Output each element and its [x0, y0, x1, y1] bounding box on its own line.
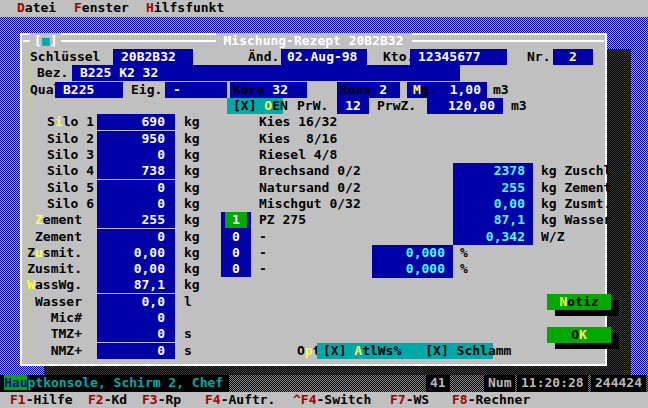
row-selector-zusmit-9[interactable]: 0 [221, 261, 251, 277]
row-label-nmz-14: NMZ+ [20, 343, 82, 359]
row-value-field-wasser-11[interactable]: 0,0 [97, 294, 175, 310]
desktop-background: DateiFensterHilfsfunkt [■] Mischung-Reze… [0, 0, 648, 408]
row-value-field-silo-2-1[interactable]: 950 [97, 131, 175, 147]
row-unit-zusmit-8: kg [184, 245, 200, 261]
summary-unit-0: kg Zuschl [541, 163, 611, 179]
row-selector-zement-7[interactable]: 0 [221, 229, 251, 245]
summary-value-3: 87,1 [453, 212, 533, 228]
row-value-field-silo-6-5[interactable]: 0 [97, 196, 175, 212]
row-unit-silo-6-5: kg [184, 196, 200, 212]
row-label-silo-4-3: Silo 4 [20, 163, 94, 179]
prwz-unit: m3 [511, 98, 527, 114]
koern-field[interactable]: 32 [264, 82, 288, 97]
oen-checkbox[interactable]: [X] OEN [227, 98, 283, 114]
row-value-field-zement-7[interactable]: 0 [97, 229, 175, 245]
row-unit-silo-4-3: kg [184, 163, 200, 179]
checkbox-schlamm[interactable]: [X] Schlamm [425, 343, 511, 359]
row-label-silo-1-0: Silo 1 [20, 114, 94, 130]
row-value-field-silo-4-3[interactable]: 738 [97, 163, 175, 179]
row-value-field-nmz-14[interactable]: 0 [97, 343, 175, 359]
row-label-silo-5-4: Silo 5 [20, 180, 94, 196]
kons-field[interactable]: 2 [371, 82, 387, 97]
row-desc-silo-1-0: Kies 16/32 [259, 114, 337, 130]
kons-group: Kons2 [337, 82, 400, 98]
row-unit-silo-5-4: kg [184, 180, 200, 196]
row-label-silo-6-5: Silo 6 [20, 196, 94, 212]
row-selector-zusmit-8[interactable]: 0 [221, 245, 251, 261]
koern-group: Körn32 [230, 82, 307, 98]
qual-field[interactable]: B225 [55, 82, 123, 98]
mg-field[interactable]: 1,00 [450, 82, 481, 98]
row-unit-tmz-13: s [184, 326, 192, 342]
summary-unit-3: kg Wasser [541, 212, 611, 228]
row-value-field-silo-1-0[interactable]: 690 [97, 114, 175, 130]
row-unit-silo-2-1: kg [184, 131, 200, 147]
aend-field[interactable]: 02.Aug-98 [281, 49, 367, 65]
prw-field[interactable]: 12 [337, 98, 369, 114]
function-key-bar: F1-HilfeF2-KdF3-RpF4-Auftr.^F4-SwitchF7-… [0, 392, 648, 408]
row-desc-zusmit-9: - [259, 261, 267, 277]
row-label-zement-6: Zement [20, 212, 82, 228]
row-desc-zement-6: PZ 275 [259, 212, 306, 228]
row-value-field-silo-5-4[interactable]: 0 [97, 180, 175, 196]
bez-label: Bez. [37, 65, 68, 81]
schluessel-label: Schlüssel [30, 49, 100, 65]
eig-field[interactable]: - [165, 82, 227, 98]
row-value-field-mic-12[interactable]: 0 [97, 310, 175, 326]
row-value-field-zusmit-8[interactable]: 0,00 [97, 245, 175, 261]
bez-field[interactable]: B225 K2 32 [72, 65, 460, 81]
row-label-tmz-13: TMZ+ [20, 326, 82, 342]
row-value-field-silo-3-2[interactable]: 0 [97, 147, 175, 163]
row-unit-nmz-14: s [184, 343, 192, 359]
menu-item-fenster[interactable]: Fenster [74, 0, 129, 17]
row-label-silo-2-1: Silo 2 [20, 131, 94, 147]
koern-label: Körn [230, 82, 264, 97]
row-label-zusmit-9: Zusmit. [20, 261, 82, 277]
row-unit-zement-6: kg [184, 212, 200, 228]
prwz-field[interactable]: 120,00 [427, 98, 503, 114]
notiz-button[interactable]: Notiz [547, 294, 611, 310]
fkey-f2[interactable]: F2-Kd [88, 392, 127, 408]
fkey-f7[interactable]: F7-WS [390, 392, 429, 408]
row-selector-zement-6[interactable]: 1 [221, 212, 251, 228]
fkey-f1[interactable]: F1-Hilfe [10, 392, 73, 408]
menu-item-hilfsfunkt[interactable]: Hilfsfunkt [146, 0, 224, 17]
row-label-mic-12: Mic# [20, 310, 82, 326]
status-console: Hauptkonsole, Schirm 2, Chef [0, 375, 229, 392]
nr-field[interactable]: 2 [553, 49, 593, 65]
summary-value-4: 0,342 [453, 229, 533, 245]
ok-button[interactable]: OK [547, 327, 611, 343]
fkey-f8[interactable]: F8-Rechner [452, 392, 530, 408]
kto-field[interactable]: 12345677 [410, 49, 507, 65]
eig-label: Eig. [131, 82, 162, 98]
status-highlight: Hau [4, 375, 27, 390]
prwz-label: PrwZ. [377, 98, 416, 114]
mg-group: Mg.1,00 [407, 82, 487, 98]
row-desc-silo-3-2: Riesel 4/8 [259, 147, 337, 163]
status-console-text: ptkonsole, Schirm 2, Chef [27, 375, 223, 390]
row-unit-silo-3-2: kg [184, 147, 200, 163]
checkbox-atlws[interactable]: [X] AtlWs% [323, 343, 401, 359]
row-value-field-zusmit-9[interactable]: 0,00 [97, 261, 175, 277]
schluessel-field[interactable]: 20B2B32 [113, 49, 193, 65]
summary-value-1: 255 [453, 180, 533, 196]
row-unit-wasswg-10: kg [184, 277, 200, 293]
percent-value-1: 0,000 [372, 261, 453, 277]
row-desc-zusmit-8: - [259, 245, 267, 261]
nr-label: Nr. [527, 49, 550, 65]
dialog-mischung-rezept: [■] Mischung-Rezept 20B2B32 Schlüssel 20… [20, 33, 607, 366]
row-label-zement-7: Zement [20, 229, 82, 245]
kons-label: Kons [337, 82, 371, 97]
menu-bar: DateiFensterHilfsfunkt [0, 0, 648, 17]
close-button[interactable]: [■] [30, 33, 61, 49]
menu-item-datei[interactable]: Datei [17, 0, 56, 17]
row-value-field-zement-6[interactable]: 255 [97, 212, 175, 228]
row-unit-wasser-11: l [184, 294, 192, 310]
row-value-field-wasswg-10[interactable]: 87,1 [97, 277, 175, 293]
fkey-f3[interactable]: F3-Rp [142, 392, 181, 408]
fkey-ctrl-f4[interactable]: ^F4-Switch [293, 392, 371, 408]
fkey-f4[interactable]: F4-Auftr. [205, 392, 275, 408]
row-value-field-tmz-13[interactable]: 0 [97, 326, 175, 342]
row-label-silo-3-2: Silo 3 [20, 147, 94, 163]
status-count: 41 [426, 375, 450, 392]
